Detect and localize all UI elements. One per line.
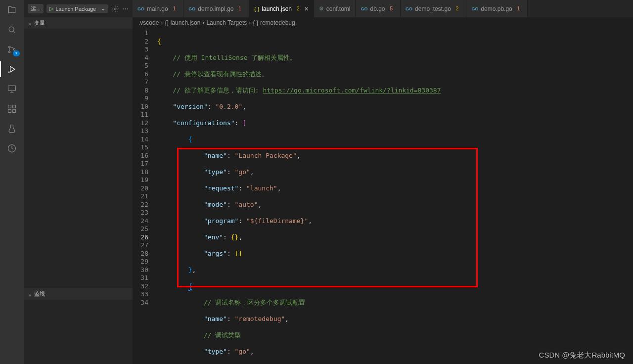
svg-point-1: [8, 46, 10, 47]
svg-rect-7: [13, 105, 16, 108]
go-icon: GO: [188, 6, 195, 11]
tab-label: conf.toml: [326, 5, 351, 12]
search-icon[interactable]: [6, 24, 18, 36]
tab-label: main.go: [147, 5, 168, 12]
explorer-icon[interactable]: [6, 4, 18, 16]
watch-section[interactable]: ⌄监视: [24, 288, 133, 300]
tab-label: demo.pb.go: [481, 5, 512, 12]
tab-badge: 2: [294, 6, 302, 11]
tabs: GOmain.go1GOdemo.impl.go1{ }launch.json2…: [133, 0, 633, 17]
svg-rect-9: [13, 110, 16, 113]
remote-icon[interactable]: [6, 83, 18, 95]
tab-badge: 2: [453, 6, 461, 11]
go-icon: GO: [361, 6, 367, 11]
testing-icon[interactable]: [6, 123, 18, 135]
go-icon: GO: [406, 6, 412, 11]
scm-icon[interactable]: 7: [6, 44, 18, 55]
run-debug-icon[interactable]: [6, 63, 18, 75]
go-icon: GO: [137, 6, 144, 11]
tab-badge: 1: [236, 6, 244, 11]
extensions-icon[interactable]: [6, 103, 18, 115]
breadcrumb: .vscode›{} launch.json›Launch Targets›{ …: [133, 17, 633, 28]
tab-label: launch.json: [262, 5, 292, 12]
chevron-down-icon: ⌄: [28, 20, 32, 26]
tab-label: demo.impl.go: [198, 5, 233, 12]
watch-body: [24, 300, 133, 364]
editor[interactable]: 1234567891011121314151617181920212223242…: [133, 28, 633, 364]
variables-body: [24, 29, 133, 288]
svg-point-0: [9, 27, 14, 32]
chevron-down-icon: ⌄: [28, 291, 32, 297]
scm-badge: 7: [13, 50, 20, 56]
svg-rect-8: [8, 110, 11, 113]
breadcrumb-item[interactable]: {} launch.json: [165, 19, 200, 26]
tab-db.go[interactable]: GOdb.go5: [356, 0, 401, 17]
tab-label: demo_test.go: [415, 5, 451, 12]
debug-sidebar: 运... ▷ Launch Package ⌄ ⋯ ⌄变量 ⌄监视: [24, 0, 133, 364]
tab-badge: 5: [388, 6, 396, 11]
timeline-icon[interactable]: [6, 142, 18, 154]
tab-label: db.go: [370, 5, 385, 12]
toml-icon: ⚙: [319, 5, 324, 12]
tab-demo.pb.go[interactable]: GOdemo.pb.go1: [466, 0, 528, 17]
activity-bar: 7: [0, 0, 24, 364]
gear-icon[interactable]: [111, 5, 119, 13]
tab-conf.toml[interactable]: ⚙conf.toml: [314, 0, 356, 17]
launch-config-dropdown[interactable]: ▷ Launch Package ⌄: [46, 4, 108, 13]
tab-demo.impl.go[interactable]: GOdemo.impl.go1: [183, 0, 249, 17]
svg-point-2: [8, 51, 10, 52]
svg-point-4: [8, 72, 9, 73]
svg-point-11: [114, 8, 116, 10]
close-icon[interactable]: ×: [305, 5, 309, 13]
sidebar-header: 运... ▷ Launch Package ⌄ ⋯: [24, 0, 133, 17]
svg-rect-6: [8, 105, 11, 108]
chevron-down-icon: ⌄: [101, 5, 105, 12]
tab-main.go[interactable]: GOmain.go1: [133, 0, 183, 17]
tab-badge: 1: [515, 6, 523, 11]
more-icon[interactable]: ⋯: [122, 5, 129, 12]
svg-rect-5: [8, 86, 16, 91]
breadcrumb-item[interactable]: .vscode: [138, 19, 159, 26]
tab-demo_test.go[interactable]: GOdemo_test.go2: [401, 0, 466, 17]
tab-badge: 1: [171, 6, 179, 11]
launch-label: Launch Package: [55, 6, 96, 12]
tab-launch.json[interactable]: { }launch.json2×: [249, 0, 314, 17]
watermark: CSDN @兔老大RabbitMQ: [539, 351, 625, 360]
json-icon: { }: [254, 6, 259, 12]
go-icon: GO: [471, 6, 478, 11]
variables-section[interactable]: ⌄变量: [24, 17, 133, 29]
breadcrumb-item[interactable]: Launch Targets: [206, 19, 247, 26]
run-label: 运...: [28, 4, 44, 13]
breadcrumb-item[interactable]: { } remotedebug: [253, 19, 295, 26]
play-icon: ▷: [49, 5, 53, 12]
